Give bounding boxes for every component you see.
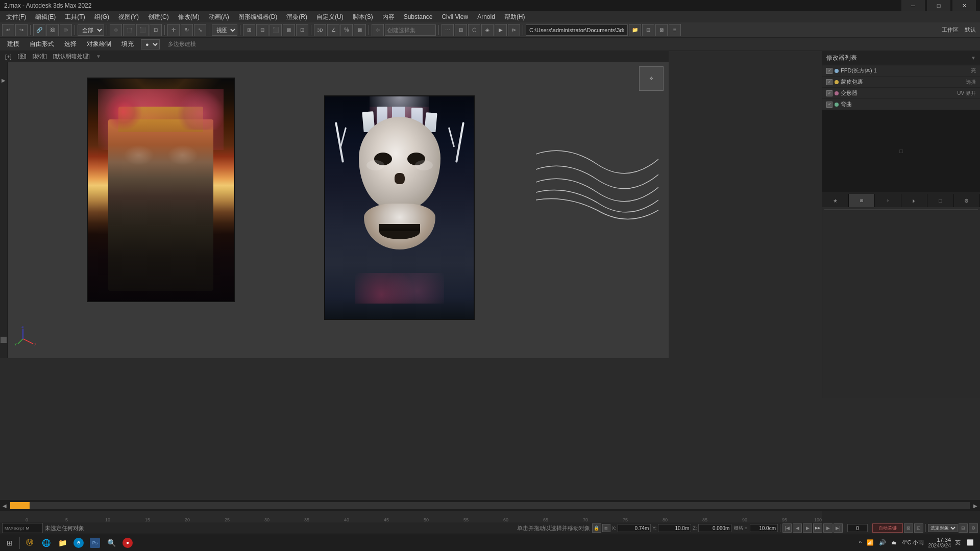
- taskbar-app-search[interactable]: 🔍: [104, 535, 119, 550]
- lock-selection-btn[interactable]: 🔒: [592, 523, 601, 533]
- panel-tab-create[interactable]: ★: [822, 194, 849, 207]
- clone-btn[interactable]: ⊡: [296, 24, 308, 36]
- unlink-button[interactable]: ⛓: [46, 24, 59, 36]
- view-cube[interactable]: ❖: [639, 66, 665, 92]
- modeling-btn[interactable]: 建模: [4, 39, 22, 49]
- select-region-type[interactable]: ⬛: [136, 24, 149, 36]
- select-move[interactable]: ✛: [167, 24, 180, 36]
- z-coord-input[interactable]: [698, 524, 731, 532]
- path-btn4[interactable]: ≡: [669, 24, 681, 36]
- schematic-view[interactable]: ⊞: [455, 24, 467, 36]
- lang-indicator[interactable]: 英: [953, 538, 963, 547]
- menu-customize[interactable]: 自定义(U): [312, 12, 348, 22]
- menu-script[interactable]: 脚本(S): [349, 12, 377, 22]
- menu-help[interactable]: 帮助(H): [500, 12, 529, 22]
- x-coord-input[interactable]: [618, 524, 651, 532]
- modifier-skin[interactable]: ✓ 蒙皮包裹 选择: [822, 77, 980, 88]
- freeform-btn[interactable]: 自由形式: [27, 39, 57, 49]
- menu-content[interactable]: 内容: [378, 12, 399, 22]
- percent-snap[interactable]: %: [340, 24, 353, 36]
- artwork-right-plane[interactable]: [324, 95, 475, 320]
- bind-spacewarp[interactable]: ⊃: [60, 24, 72, 36]
- crossing-select[interactable]: ⊡: [150, 24, 162, 36]
- snap-3d-btn[interactable]: 3D: [314, 24, 326, 36]
- menu-file[interactable]: 文件(F): [2, 12, 30, 22]
- menu-create[interactable]: 创建(C): [144, 12, 173, 22]
- select-region-btn[interactable]: ⬚: [123, 24, 135, 36]
- modifier-ffd-checkbox[interactable]: ✓: [826, 68, 832, 74]
- menu-tools[interactable]: 工具(T): [61, 12, 89, 22]
- next-frame-btn[interactable]: ▶: [823, 523, 832, 533]
- viewport-play-strip[interactable]: ▶: [1, 78, 7, 84]
- select-scale[interactable]: ⤡: [194, 24, 206, 36]
- artwork-left-plane[interactable]: [87, 78, 235, 302]
- last-frame-btn[interactable]: ▶|: [834, 523, 843, 533]
- selection-dropdown[interactable]: 全部: [78, 24, 104, 36]
- modifier-skin-checkbox[interactable]: ✓: [826, 79, 832, 85]
- menu-modify[interactable]: 修改(M): [174, 12, 204, 22]
- link-button[interactable]: 🔗: [33, 24, 45, 36]
- animation-mode-select[interactable]: 选定对象: [928, 524, 958, 532]
- modifier-ffd[interactable]: ✓ FFD(长方体) 1 亮: [822, 65, 980, 77]
- material-editor[interactable]: ⬡: [468, 24, 480, 36]
- menu-civilview[interactable]: Civil View: [437, 12, 472, 21]
- edit-named-selections[interactable]: ⊹: [372, 24, 384, 36]
- fill-dropdown[interactable]: ●: [141, 39, 160, 49]
- panel-tab-display[interactable]: □: [927, 194, 954, 207]
- panel-scroll-bar[interactable]: [824, 209, 978, 210]
- render-frame[interactable]: ▶: [495, 24, 507, 36]
- tray-arrow[interactable]: ^: [857, 539, 864, 547]
- window-controls[interactable]: ─ □ ✕: [901, 0, 976, 11]
- path-browse-btn[interactable]: 📁: [629, 24, 641, 36]
- key-filters-btn[interactable]: ⊡: [914, 523, 923, 533]
- path-btn3[interactable]: ⊠: [655, 24, 668, 36]
- view-cube-face[interactable]: ❖: [639, 66, 664, 91]
- viewport-standard[interactable]: [标准]: [31, 52, 49, 61]
- file-path-input[interactable]: [526, 24, 628, 36]
- panel-tab-utilities[interactable]: ⚙: [954, 194, 981, 207]
- spinner-snap[interactable]: ⊠: [354, 24, 366, 36]
- selection-btn[interactable]: 选择: [61, 39, 80, 49]
- object-paint-btn[interactable]: 对象绘制: [84, 39, 114, 49]
- prev-frame-btn[interactable]: ◀: [793, 523, 802, 533]
- play-btn[interactable]: ▶: [803, 523, 812, 533]
- timeline-next-btn[interactable]: ▶: [972, 502, 979, 509]
- viewport-plus[interactable]: [+]: [3, 53, 14, 61]
- taskbar-app-photoshop[interactable]: Ps: [87, 535, 103, 550]
- network-icon[interactable]: 📶: [865, 538, 876, 547]
- render-production[interactable]: ⊳: [508, 24, 520, 36]
- mirror-btn[interactable]: ⊟: [256, 24, 268, 36]
- main-viewport[interactable]: X Y Z ❖: [0, 62, 669, 358]
- y-coord-input[interactable]: [658, 524, 691, 532]
- taskbar-app-edge[interactable]: e: [71, 535, 86, 550]
- menu-arnold[interactable]: Arnold: [473, 12, 499, 21]
- notifications-btn[interactable]: ⬜: [965, 538, 976, 547]
- viewport-ortho[interactable]: [图]: [16, 52, 29, 61]
- volume-icon[interactable]: 🔊: [877, 538, 888, 547]
- auto-key-btn[interactable]: 自动关键: [872, 523, 903, 533]
- render-setup[interactable]: ◈: [481, 24, 494, 36]
- current-frame-input[interactable]: [847, 524, 868, 532]
- menu-edit[interactable]: 编辑(E): [31, 12, 60, 22]
- panel-tab-modify[interactable]: ⧆: [849, 194, 875, 207]
- redo-button[interactable]: ↪: [15, 24, 28, 36]
- view-dropdown[interactable]: 视图: [212, 24, 237, 36]
- timeline-scrubber-bar[interactable]: ◀ ▶: [0, 500, 980, 511]
- set-key-btn[interactable]: ⊠: [904, 523, 913, 533]
- taskbar-app-browser[interactable]: 🌐: [38, 535, 54, 550]
- time-display[interactable]: 17:34 2024/3/24: [928, 537, 951, 548]
- viewport-dropdown-arrow[interactable]: ▼: [96, 54, 101, 59]
- array-btn[interactable]: ⬛: [270, 24, 282, 36]
- minimize-button[interactable]: ─: [901, 0, 925, 11]
- panel-tab-hierarchy[interactable]: ♀: [875, 194, 901, 207]
- maximize-button[interactable]: □: [927, 0, 950, 11]
- viewport-layout-btn[interactable]: ⊞: [959, 523, 968, 533]
- timeline-scrubber[interactable]: [10, 502, 970, 509]
- modifier-bend-checkbox[interactable]: ✓: [826, 102, 832, 108]
- timeline-prev-btn[interactable]: ◀: [1, 502, 8, 509]
- settings-btn[interactable]: ⚙: [969, 523, 978, 533]
- spacing-btn[interactable]: ⊠: [283, 24, 295, 36]
- align-btn[interactable]: ⊞: [243, 24, 255, 36]
- angle-snap[interactable]: ∠: [327, 24, 339, 36]
- coord-mode-btn[interactable]: ⊠: [602, 524, 610, 532]
